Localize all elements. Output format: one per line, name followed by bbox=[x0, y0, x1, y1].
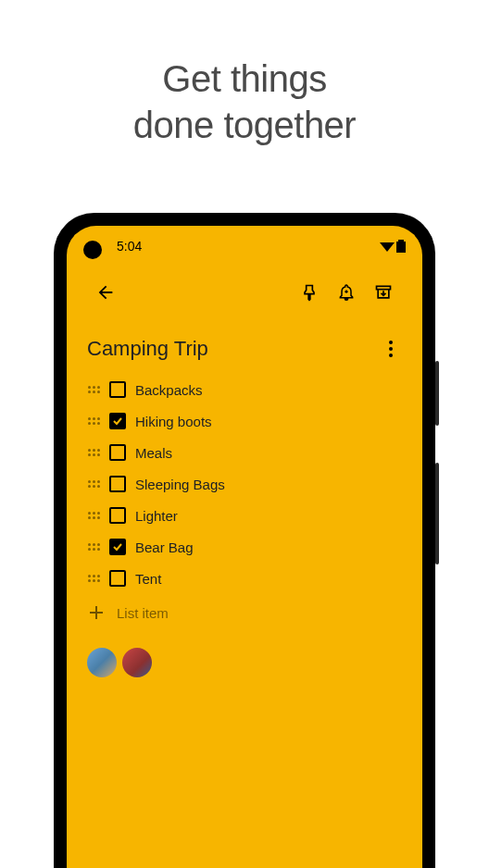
drag-handle-icon[interactable] bbox=[87, 575, 100, 582]
checklist-item: Sleeping Bags bbox=[87, 468, 402, 500]
checklist-item: Hiking boots bbox=[87, 405, 402, 437]
collaborator-avatars bbox=[67, 629, 422, 696]
headline-line2: done together bbox=[133, 105, 356, 145]
archive-icon bbox=[374, 283, 393, 302]
item-checkbox[interactable] bbox=[109, 539, 126, 555]
checklist-item: Backpacks bbox=[87, 374, 402, 405]
phone-mockup-frame: 5:04 Camping Trip bbox=[54, 213, 435, 868]
checklist-item: Lighter bbox=[87, 500, 402, 531]
item-text[interactable]: Meals bbox=[135, 445, 402, 461]
add-item-placeholder: List item bbox=[117, 605, 169, 621]
status-indicators bbox=[380, 240, 406, 253]
svg-point-6 bbox=[389, 347, 393, 351]
pin-button[interactable] bbox=[291, 274, 328, 311]
avatar[interactable] bbox=[122, 648, 152, 677]
item-checkbox[interactable] bbox=[109, 444, 126, 461]
camera-punch-hole bbox=[83, 241, 102, 259]
svg-point-5 bbox=[389, 341, 393, 344]
drag-handle-icon[interactable] bbox=[87, 543, 100, 551]
back-button[interactable] bbox=[87, 274, 124, 311]
svg-rect-1 bbox=[396, 242, 406, 253]
status-time: 5:04 bbox=[117, 239, 142, 254]
checklist-item: Tent bbox=[87, 563, 402, 594]
phone-screen: 5:04 Camping Trip bbox=[67, 226, 422, 868]
drag-handle-icon[interactable] bbox=[87, 417, 100, 425]
item-checkbox[interactable] bbox=[109, 570, 126, 587]
bell-plus-icon bbox=[337, 283, 356, 302]
drag-handle-icon[interactable] bbox=[87, 449, 100, 456]
checklist: BackpacksHiking bootsMealsSleeping BagsL… bbox=[67, 374, 422, 594]
wifi-icon bbox=[380, 241, 395, 252]
note-more-button[interactable] bbox=[380, 341, 402, 357]
drag-handle-icon[interactable] bbox=[87, 480, 100, 488]
item-text[interactable]: Bear Bag bbox=[135, 539, 402, 555]
battery-icon bbox=[396, 240, 406, 253]
headline-line1: Get things bbox=[162, 58, 326, 99]
plus-icon bbox=[87, 603, 106, 622]
drag-handle-icon[interactable] bbox=[87, 512, 100, 519]
svg-rect-0 bbox=[398, 240, 404, 242]
reminder-button[interactable] bbox=[328, 274, 365, 311]
item-checkbox[interactable] bbox=[109, 507, 126, 524]
note-title[interactable]: Camping Trip bbox=[87, 337, 208, 361]
item-text[interactable]: Lighter bbox=[135, 508, 402, 524]
svg-point-7 bbox=[389, 353, 393, 357]
item-text[interactable]: Hiking boots bbox=[135, 414, 402, 429]
item-text[interactable]: Sleeping Bags bbox=[135, 477, 402, 492]
phone-side-button bbox=[435, 463, 439, 564]
archive-button[interactable] bbox=[365, 274, 402, 311]
note-toolbar bbox=[67, 261, 422, 320]
more-vertical-icon bbox=[389, 341, 393, 357]
item-text[interactable]: Backpacks bbox=[135, 382, 402, 398]
add-list-item[interactable]: List item bbox=[67, 596, 422, 629]
svg-rect-4 bbox=[377, 286, 391, 289]
phone-side-button bbox=[435, 361, 439, 426]
item-checkbox[interactable] bbox=[109, 413, 126, 429]
avatar[interactable] bbox=[87, 648, 117, 677]
item-checkbox[interactable] bbox=[109, 476, 126, 492]
checklist-item: Meals bbox=[87, 437, 402, 468]
note-title-row: Camping Trip bbox=[67, 320, 422, 374]
checklist-item: Bear Bag bbox=[87, 531, 402, 563]
drag-handle-icon[interactable] bbox=[87, 386, 100, 393]
arrow-back-icon bbox=[95, 282, 116, 303]
item-text[interactable]: Tent bbox=[135, 571, 402, 587]
item-checkbox[interactable] bbox=[109, 381, 126, 398]
marketing-headline: Get things done together bbox=[0, 56, 489, 148]
status-bar: 5:04 bbox=[67, 226, 422, 261]
pin-icon bbox=[300, 283, 319, 302]
